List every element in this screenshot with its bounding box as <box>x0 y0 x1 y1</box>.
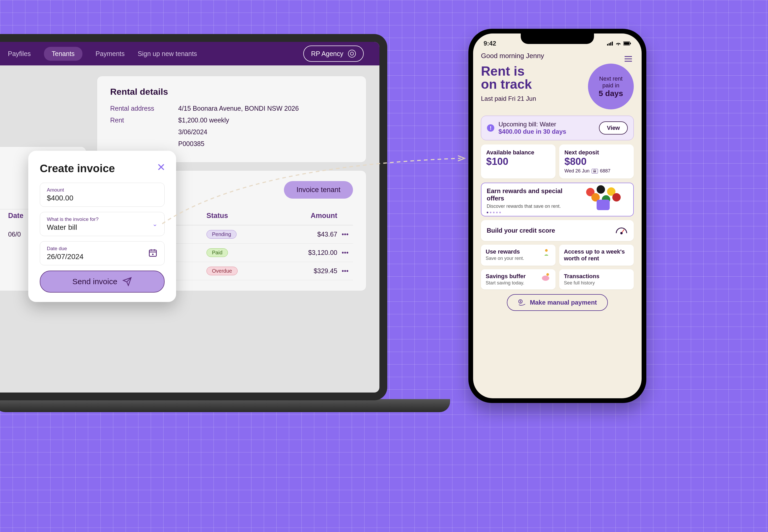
trans-sub: See full history <box>564 280 629 286</box>
due-value: 26/07/2024 <box>47 253 158 261</box>
status-badge: Pending <box>206 230 237 239</box>
trans-title: Transactions <box>564 273 629 280</box>
transactions-card[interactable]: Transactions See full history <box>559 269 634 289</box>
rewards-icon <box>542 248 551 258</box>
modal-title: Create invoice <box>40 162 165 175</box>
savings-buffer-card[interactable]: Savings buffer Start saving today. <box>481 269 556 289</box>
upcoming-bill-alert: ! Upcoming bill: Water $400.00 due in 30… <box>481 116 634 140</box>
deposit-card[interactable]: Next deposit $800 Wed 26 Jun 🏛 6887 <box>559 144 634 178</box>
nav-tenants[interactable]: Tenants <box>44 47 83 61</box>
battery-icon <box>623 41 631 46</box>
credit-score-card[interactable]: Build your credit score <box>481 220 634 241</box>
credit-label: Build your credit score <box>487 227 555 234</box>
balance-label: Available balance <box>486 149 550 156</box>
svg-rect-0 <box>149 250 156 256</box>
piggy-icon <box>540 273 551 282</box>
due-label: Date due <box>47 246 158 251</box>
next-rent-circle: Next rent paid in 5 days <box>588 64 634 109</box>
top-nav: Payfiles Tenants Payments Sign up new te… <box>0 42 379 65</box>
for-value: Water bill <box>47 223 158 232</box>
nav-payments[interactable]: Payments <box>96 50 125 58</box>
status-badge: Paid <box>206 248 228 257</box>
row-actions-icon[interactable]: ••• <box>337 249 353 256</box>
access-title: Access up to a week's worth of rent <box>564 248 629 262</box>
status-badge: Overdue <box>206 267 238 275</box>
view-button[interactable]: View <box>599 121 628 135</box>
deposit-value: $800 <box>564 156 629 167</box>
hand-dollar-icon: $ <box>518 299 526 306</box>
promo-title: Earn rewards and special offers <box>487 187 576 202</box>
hero-line1: Rent is <box>481 65 536 78</box>
circle-l2: paid in <box>602 82 619 89</box>
rewards-title: Use rewards <box>486 248 551 255</box>
calendar-icon <box>148 248 158 259</box>
wifi-icon <box>615 41 621 46</box>
phone-notch <box>521 33 594 44</box>
invoice-tenant-button[interactable]: Invoice tenant <box>284 181 353 199</box>
chevron-down-icon: ⌄ <box>152 220 158 228</box>
agency-pill[interactable]: RP Agency <box>303 46 364 62</box>
amount-field[interactable]: Amount $400.00 <box>40 183 165 207</box>
ref-value: P000385 <box>178 140 204 148</box>
signal-icon <box>607 41 613 46</box>
balance-card[interactable]: Available balance $100 <box>481 144 556 178</box>
phone-screen: 9:42 Good morning Jenny Rent is on track… <box>473 33 642 398</box>
send-label: Send invoice <box>72 277 117 286</box>
nav-payfiles[interactable]: Payfiles <box>8 50 31 58</box>
alert-icon: ! <box>487 124 494 132</box>
svg-rect-3 <box>610 42 611 46</box>
amount-label: Amount <box>47 187 158 193</box>
rewards-promo[interactable]: Earn rewards and special offers Discover… <box>481 183 634 216</box>
cell-amount: $329.45 <box>280 267 337 275</box>
svg-rect-6 <box>624 42 629 45</box>
rental-details-title: Rental details <box>110 87 353 97</box>
col-status: Status <box>206 212 280 220</box>
close-icon[interactable]: ✕ <box>157 161 166 173</box>
gauge-icon <box>615 225 628 236</box>
greeting: Good morning Jenny <box>481 52 634 60</box>
rental-details-panel: Rental details Rental address 4/15 Boona… <box>97 76 366 163</box>
phone-time: 9:42 <box>484 40 496 47</box>
addr-label: Rental address <box>110 105 178 112</box>
svg-point-11 <box>546 273 549 276</box>
promo-art <box>578 185 631 214</box>
svg-rect-1 <box>607 44 608 46</box>
svg-point-9 <box>545 249 548 252</box>
row-actions-icon[interactable]: ••• <box>337 267 353 275</box>
hero-sub: Last paid Fri 21 Jun <box>481 95 536 102</box>
rent-label: Rent <box>110 116 178 124</box>
circle-b: 5 days <box>599 89 623 98</box>
date-label <box>110 128 178 136</box>
cell-amount: $3,120.00 <box>280 249 337 256</box>
nav-signup[interactable]: Sign up new tenants <box>138 50 197 58</box>
agency-label: RP Agency <box>311 50 343 58</box>
rent-value: $1,200.00 weekly <box>178 116 229 124</box>
deposit-sub: Wed 26 Jun 🏛 6887 <box>564 168 629 174</box>
alert-l2: $400.00 due in 30 days <box>498 128 595 135</box>
svg-rect-4 <box>612 42 613 46</box>
user-icon <box>348 50 356 58</box>
menu-icon[interactable] <box>624 56 632 63</box>
amount-value: $400.00 <box>47 194 158 202</box>
send-invoice-button[interactable]: Send invoice <box>40 271 165 293</box>
col-amount: Amount <box>280 212 337 220</box>
svg-point-8 <box>621 232 622 234</box>
use-rewards-card[interactable]: Use rewards Save on your rent. <box>481 245 556 266</box>
invoice-for-field[interactable]: What is the invoice for? Water bill ⌄ <box>40 212 165 236</box>
access-rent-card[interactable]: Access up to a week's worth of rent <box>559 245 634 266</box>
rewards-sub: Save on your rent. <box>486 256 551 261</box>
hero-line2: on track <box>481 78 536 91</box>
date-due-field[interactable]: Date due 26/07/2024 <box>40 241 165 265</box>
cell-amount: $43.67 <box>280 231 337 238</box>
for-label: What is the invoice for? <box>47 216 158 222</box>
phone-frame: 9:42 Good morning Jenny Rent is on track… <box>468 29 646 403</box>
bank-icon: 🏛 <box>592 169 598 173</box>
laptop-base <box>0 399 450 412</box>
manual-payment-button[interactable]: $ Make manual payment <box>507 294 608 311</box>
row-actions-icon[interactable]: ••• <box>337 231 353 238</box>
create-invoice-modal: Create invoice ✕ Amount $400.00 What is … <box>28 151 176 302</box>
balance-value: $100 <box>486 156 550 167</box>
svg-point-10 <box>542 276 549 281</box>
date-value: 3/06/2024 <box>178 128 207 136</box>
alert-l1: Upcoming bill: Water <box>498 121 595 128</box>
